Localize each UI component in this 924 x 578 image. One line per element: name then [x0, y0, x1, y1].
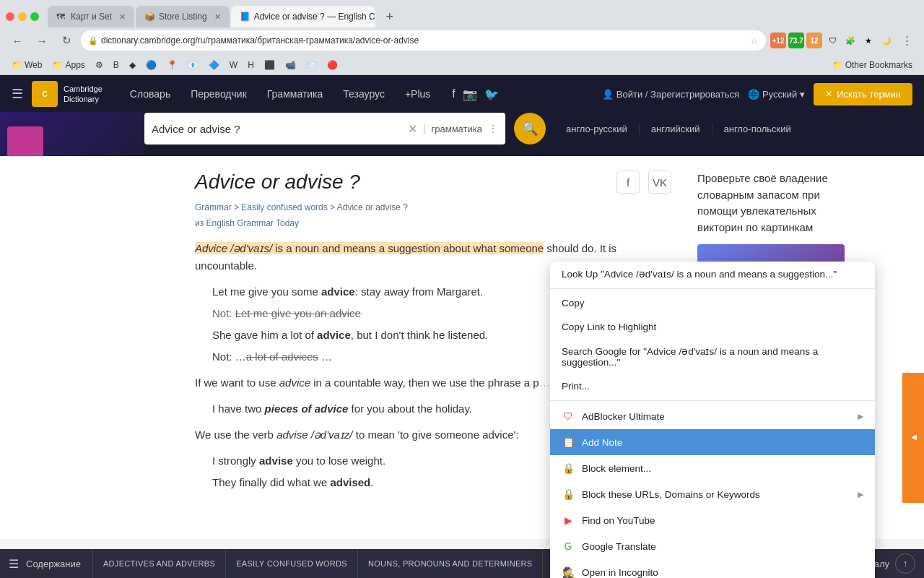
tab-1-title: Карт и Set — [71, 12, 112, 22]
incognito-icon: 🕵 — [562, 566, 575, 578]
search-input[interactable]: Advice or advise ? — [152, 123, 402, 135]
facebook-icon[interactable]: f — [452, 87, 455, 101]
forward-button[interactable]: → — [32, 30, 52, 51]
ext-badge-3[interactable]: 12 — [806, 33, 822, 48]
bookmark-apps[interactable]: 📁 Web — [7, 59, 46, 72]
nav-slovar[interactable]: Словарь — [120, 75, 180, 113]
ctx-add-note[interactable]: 📋 Add Note — [550, 429, 875, 455]
search-term-button[interactable]: ✕ Искать термин — [814, 83, 912, 105]
ext-icon-7[interactable]: 🌙 — [879, 33, 894, 48]
tab-2[interactable]: 📦 Store Listing ✕ — [136, 6, 230, 27]
bookmark-7[interactable]: 📍 — [162, 59, 182, 72]
ctx-google-translate[interactable]: G Google Translate — [550, 533, 875, 559]
nav-tezaurus[interactable]: Тезаурус — [333, 75, 395, 113]
lang-label: Русский — [762, 89, 797, 100]
ext-badge-1[interactable]: +12 — [770, 33, 786, 48]
ctx-search-google[interactable]: Search Google for "Advice /əd'vaɪs/ is a… — [550, 339, 875, 374]
bookmark-14[interactable]: 📨 — [302, 59, 321, 72]
auth-button[interactable]: 👤 Войти / Зарегистрироваться — [602, 89, 739, 100]
new-tab-button[interactable]: + — [380, 7, 400, 27]
bookmark-12[interactable]: ⬛ — [260, 59, 279, 72]
hamburger-menu[interactable]: ☰ — [12, 86, 23, 102]
share-facebook[interactable]: f — [616, 171, 640, 194]
dict-link-en[interactable]: английский — [639, 124, 712, 134]
bookmark-apps-icon: 📁 — [12, 60, 22, 70]
bookmark-15[interactable]: 🔴 — [323, 59, 342, 72]
other-bookmarks[interactable]: 📁 Other Bookmarks — [828, 59, 917, 72]
bookmark-github[interactable]: ⚙ — [91, 59, 108, 72]
instagram-icon[interactable]: 📷 — [463, 87, 477, 101]
bottom-hamburger[interactable]: ☰ — [9, 557, 19, 571]
bookmark-6[interactable]: 🔵 — [141, 59, 161, 72]
share-vk[interactable]: VK — [648, 171, 671, 194]
ext-badge-2[interactable]: 73.7 — [788, 33, 804, 48]
ext-icon-5[interactable]: 🧩 — [842, 33, 858, 48]
bookmark-13[interactable]: 📹 — [281, 59, 300, 72]
article-title: Advice or advise ? — [195, 171, 616, 194]
address-input[interactable]: 🔒 dictionary.cambridge.org/ru/грамматика… — [81, 30, 766, 51]
tab-1[interactable]: 🗺 Карт и Set ✕ — [48, 6, 134, 27]
ctx-lookup[interactable]: Look Up "Advice /əd'vaɪs/ is a noun and … — [550, 262, 875, 286]
ctx-adblocker[interactable]: 🛡 AdBlocker Ultimate ▶ — [550, 403, 875, 429]
source-link[interactable]: English Grammar Today — [206, 218, 300, 228]
ctx-lookup-label: Look Up "Advice /əd'vaɪs/ is a noun and … — [562, 268, 837, 280]
ctx-block-urls[interactable]: 🔒 Block these URLs, Domains or Keywords … — [550, 481, 875, 507]
ctx-open-incognito[interactable]: 🕵 Open in Incognito — [550, 559, 875, 578]
bookmark-vk[interactable]: В — [109, 59, 123, 72]
scroll-to-top-button[interactable]: ↑ — [895, 553, 915, 574]
search-options-button[interactable]: ⋮ — [488, 123, 498, 134]
breadcrumb-confused[interactable]: Easily confused words — [241, 202, 327, 212]
dict-link-ru[interactable]: англо-русский — [554, 124, 639, 134]
bottom-link-adjectives[interactable]: ADJECTIVES AND ADVERBS — [92, 549, 225, 578]
bookmark-11[interactable]: H — [243, 59, 258, 72]
ctx-copy-link[interactable]: Copy Link to Highlight — [550, 315, 875, 339]
tab-3[interactable]: 📘 Advice or advise ? — English C ✕ — [231, 6, 375, 27]
ext-icon-4[interactable]: 🛡 — [824, 33, 840, 48]
site-logo[interactable]: C Cambridge Dictionary — [32, 81, 103, 107]
nav-grammatika[interactable]: Грамматика — [257, 75, 334, 113]
tab-2-close[interactable]: ✕ — [214, 12, 221, 22]
search-btn-label: Искать термин — [837, 89, 901, 100]
youtube-icon: ▶ — [562, 514, 575, 527]
ctx-copy[interactable]: Copy — [550, 291, 875, 315]
minimize-window-btn[interactable] — [18, 12, 27, 21]
social-share: f VK — [616, 171, 671, 194]
ctx-print-label: Print... — [562, 381, 590, 392]
tab-1-close[interactable]: ✕ — [119, 12, 126, 22]
bookmark-apps-item[interactable]: 📁 Apps — [48, 59, 89, 72]
tab-bar: 🗺 Карт и Set ✕ 📦 Store Listing ✕ 📘 Advic… — [0, 0, 924, 27]
dict-link-pl[interactable]: англо-польский — [712, 124, 803, 134]
search-tag: грамматика — [432, 124, 482, 134]
search-go-button[interactable]: 🔍 — [514, 113, 546, 144]
ctx-find-youtube[interactable]: ▶ Find on YouTube — [550, 507, 875, 533]
dict-links: англо-русский английский англо-польский — [554, 124, 803, 134]
ctx-print[interactable]: Print... — [550, 374, 875, 398]
social-icons: f 📷 🐦 — [452, 87, 498, 101]
bottom-contents-label[interactable]: Содержание — [26, 558, 81, 569]
twitter-icon[interactable]: 🐦 — [484, 87, 499, 101]
cta-side-bar[interactable]: ▶ — [902, 373, 924, 503]
browser-menu-button[interactable]: ⋮ — [897, 30, 917, 51]
language-selector[interactable]: 🌐 Русский ▾ — [748, 89, 805, 100]
maximize-window-btn[interactable] — [30, 12, 39, 21]
bookmark-10[interactable]: W — [225, 59, 242, 72]
bookmark-8[interactable]: 📧 — [183, 59, 203, 72]
ctx-add-note-label: Add Note — [582, 437, 622, 448]
close-window-btn[interactable] — [6, 12, 14, 21]
nav-perevodchik[interactable]: Переводчик — [180, 75, 257, 113]
reload-button[interactable]: ↻ — [56, 30, 77, 51]
logo-text: Cambridge Dictionary — [64, 84, 103, 105]
bookmark-9[interactable]: 🔷 — [204, 59, 224, 72]
search-box[interactable]: Advice or advise ? ✕ | грамматика ⋮ — [144, 113, 505, 144]
bookmark-5[interactable]: ◆ — [125, 59, 140, 72]
back-button[interactable]: ← — [7, 30, 27, 51]
bookmark-star-icon[interactable]: ☆ — [750, 35, 759, 46]
bottom-link-nouns[interactable]: NOUNS, PRONOUNS AND DETERMINERS — [357, 549, 543, 578]
address-text: dictionary.cambridge.org/ru/грамматика/б… — [101, 35, 419, 46]
ctx-block-element[interactable]: 🔒 Block element... — [550, 455, 875, 481]
breadcrumb-grammar[interactable]: Grammar — [195, 202, 232, 212]
ext-icon-6[interactable]: ★ — [860, 33, 876, 48]
nav-plus[interactable]: +Plus — [395, 75, 440, 113]
bottom-link-confused[interactable]: EASILY CONFUSED WORDS — [225, 549, 357, 578]
search-clear-button[interactable]: ✕ — [408, 122, 417, 136]
